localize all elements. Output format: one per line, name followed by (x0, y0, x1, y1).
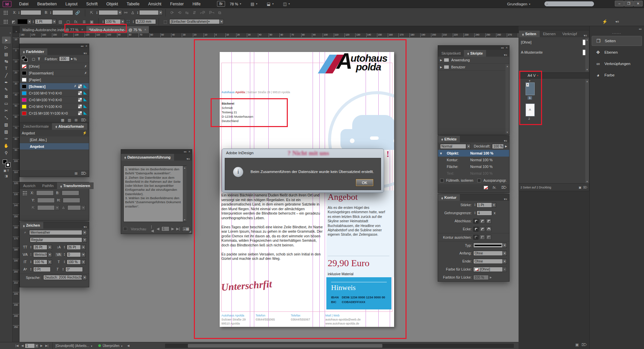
preview-checkbox[interactable] (123, 227, 127, 231)
stroke-weight-stepper[interactable] (32, 19, 35, 24)
rotate-cw-icon[interactable]: ⟳ (170, 10, 174, 15)
mini-fill-stroke-proxy[interactable] (22, 56, 29, 62)
gap-color-field[interactable]: [Ohne] (473, 267, 503, 272)
skew-stepper[interactable] (61, 267, 65, 272)
horizontal-scale-field[interactable]: 100 % (67, 259, 81, 265)
tab-absatzformate[interactable]: Absatzformate (52, 123, 87, 130)
quick-apply-icon[interactable]: ⚡ (83, 131, 87, 135)
scrollbar[interactable]: ▲▼ (505, 64, 509, 134)
swatch-row[interactable]: [Passermarken] ✗ (20, 70, 89, 76)
menu-item[interactable]: Ansicht (144, 0, 166, 8)
ok-button[interactable]: OK (356, 179, 373, 186)
recipient-address[interactable]: BäckereiSchmidtTestweg 21D-12345 Musterh… (222, 102, 253, 123)
type-dropdown[interactable] (503, 243, 507, 248)
reference-point-icon[interactable] (3, 10, 8, 15)
gap-tint-field[interactable]: 100 % (473, 275, 489, 280)
new-item-icon[interactable]: ▣ (575, 343, 579, 347)
tab-farbfelder[interactable]: Farbfelder (20, 48, 47, 55)
vertical-ruler[interactable]: 1001020304050607080901001101201301401501… (13, 38, 19, 342)
swatch-button[interactable]: ▢ (66, 19, 70, 24)
align-inside-button[interactable] (480, 235, 485, 240)
swatch-row[interactable]: C=100 M=0 Y=0 K=0 ✗ (20, 90, 89, 97)
fill-stroke-proxy[interactable] (3, 160, 10, 167)
rotation-dropdown[interactable] (82, 205, 86, 210)
script-folder-row[interactable]: ▶ Benutzer (438, 64, 509, 71)
dock-collapse-icon[interactable]: ◂◂ (590, 26, 644, 32)
scale-x-field[interactable] (99, 10, 118, 15)
reference-point-icon[interactable] (22, 191, 27, 195)
constrain-icon[interactable]: 🔗 (75, 10, 80, 15)
join-round-button[interactable] (480, 227, 485, 232)
join-miter-button[interactable] (473, 227, 479, 232)
transform-w-field[interactable] (62, 190, 79, 195)
record-number-field[interactable]: 1 (161, 226, 169, 231)
stroke-weight-dropdown[interactable] (52, 19, 56, 24)
scale-x-dropdown[interactable] (118, 10, 122, 15)
menu-item[interactable]: Schrift (82, 0, 102, 8)
panel-menu-icon[interactable] (504, 139, 509, 142)
close-icon[interactable] (81, 28, 83, 32)
style-row[interactable]: [Einf. Abs.] (20, 136, 89, 143)
page-number-1[interactable]: 1 (528, 96, 532, 100)
gradient-feather-tool[interactable]: ▨ (2, 128, 11, 135)
workspace-switcher[interactable]: Grundlagen (507, 0, 530, 8)
object-style-dropdown[interactable] (220, 19, 224, 24)
tab-verknuepfungen[interactable]: Verknüpf (559, 31, 580, 37)
effects-button[interactable]: fx. (74, 19, 78, 24)
first-record-icon[interactable]: |◀ (151, 225, 155, 233)
panel-menu-icon[interactable] (504, 53, 509, 57)
size-stepper[interactable] (29, 245, 33, 250)
align-left-icon[interactable]: ≣ (83, 19, 86, 24)
tab-transformieren[interactable]: Transformieren (57, 182, 94, 189)
font-style-field[interactable]: Regular (30, 237, 82, 242)
hscale-dropdown[interactable] (82, 259, 86, 265)
new-swatch-icon[interactable]: ⊞ (74, 118, 77, 122)
end-dropdown[interactable] (503, 259, 507, 264)
close-button[interactable]: ✕ (634, 1, 643, 6)
new-page-icon[interactable]: ▣ (579, 186, 581, 189)
rotate-field[interactable] (139, 10, 159, 15)
dock-item-verknuepfungen[interactable]: ∞ Verknüpfungen (592, 59, 642, 69)
gap-color-dropdown[interactable] (503, 267, 507, 272)
master-page-row[interactable]: [Ohne] (519, 37, 589, 47)
swatch-row[interactable]: C=0 M=100 Y=0 K=0 ✗ (20, 97, 89, 103)
tab-skripte[interactable]: Skripte (464, 50, 486, 57)
baseline-stepper[interactable] (29, 267, 33, 272)
effects-target-row[interactable]: Kontur: Normal 100 % (438, 157, 509, 163)
dock-item-farbe[interactable]: ◕ Farbe (592, 70, 642, 80)
leading-dropdown[interactable] (82, 245, 86, 250)
align-outside-button[interactable] (486, 235, 491, 240)
join-bevel-button[interactable] (486, 227, 491, 232)
stroke-color-swatch[interactable] (17, 19, 28, 24)
clear-effects-icon[interactable] (484, 186, 488, 189)
color-group-icon[interactable]: ▦ (61, 118, 64, 122)
opacity-field[interactable]: 100 % (105, 19, 121, 24)
close-icon[interactable]: ✕ (85, 45, 88, 48)
effects-target-row[interactable]: Text: Normal 100 % (438, 170, 509, 177)
delete-style-icon[interactable]: ⌦ (81, 171, 86, 176)
tab-zeichenformate[interactable]: Zeichenformate (20, 123, 52, 130)
language-dropdown[interactable] (83, 275, 87, 280)
transform-y-field[interactable] (37, 198, 55, 203)
pen-tool[interactable]: ✒ (2, 79, 11, 86)
horizontal-scrollbar[interactable] (165, 344, 514, 348)
language-field[interactable]: Deutsch: 2006 Rechtschreibr... (43, 275, 82, 280)
x-field[interactable] (20, 10, 41, 15)
end-field[interactable]: Ohne (473, 259, 503, 264)
blend-mode-field[interactable]: Normal (440, 144, 466, 149)
rotation-field[interactable] (67, 205, 81, 210)
opacity-dropdown[interactable] (121, 19, 125, 24)
search-input[interactable]: ⌕ (544, 1, 594, 7)
gradient-button[interactable]: ▧ (58, 19, 62, 24)
scrollbar-thumb[interactable] (188, 344, 382, 348)
gap-tool[interactable]: ↹ (2, 58, 11, 65)
collapse-panel-icon[interactable]: ◂◂ (501, 47, 503, 49)
selection-tool[interactable]: ➤ (2, 37, 11, 44)
tab-pathfinder[interactable]: Pathfin (39, 182, 57, 189)
size-dropdown[interactable] (48, 245, 52, 250)
w-field[interactable] (52, 10, 73, 15)
scrollbar[interactable]: ▲▼ (183, 166, 186, 222)
type-tool[interactable]: T (2, 65, 11, 72)
free-transform-tool[interactable]: ⤡ (2, 114, 11, 121)
apply-to-text-icon[interactable]: T (38, 57, 40, 61)
